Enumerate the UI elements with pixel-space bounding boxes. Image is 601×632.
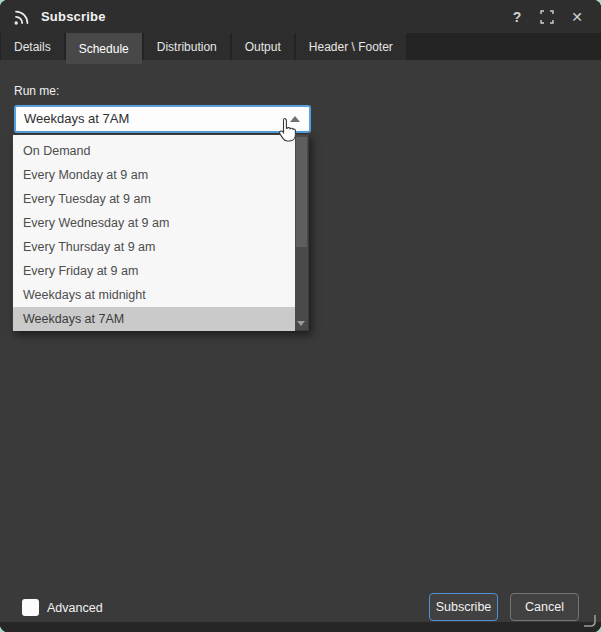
help-icon[interactable]: ? <box>505 5 529 29</box>
schedule-panel: Run me: Weekdays at 7AM On Demand Every … <box>0 60 601 622</box>
dropdown-option[interactable]: Every Thursday at 9 am <box>13 235 295 259</box>
maximize-icon[interactable] <box>535 5 559 29</box>
window-bottom-edge <box>0 622 601 632</box>
scrollbar-thumb[interactable] <box>296 137 307 247</box>
combobox-value: Weekdays at 7AM <box>24 107 129 131</box>
tab-details[interactable]: Details <box>1 33 64 60</box>
tab-output[interactable]: Output <box>232 33 294 60</box>
close-icon[interactable]: ✕ <box>565 5 589 29</box>
dropdown-option[interactable]: Every Friday at 9 am <box>13 259 295 283</box>
run-me-label: Run me: <box>14 84 59 98</box>
dropdown-option[interactable]: Every Tuesday at 9 am <box>13 187 295 211</box>
dropdown-option[interactable]: Every Monday at 9 am <box>13 163 295 187</box>
title-bar: Subscribe ? ✕ <box>0 0 601 33</box>
tab-schedule[interactable]: Schedule <box>66 33 142 64</box>
tab-bar: Details Schedule Distribution Output Hea… <box>0 33 601 60</box>
dropdown-option[interactable]: Weekdays at midnight <box>13 283 295 307</box>
dropdown-scrollbar[interactable] <box>295 135 308 330</box>
run-me-combobox[interactable]: Weekdays at 7AM <box>14 105 311 133</box>
schedule-dropdown-popup: On Demand Every Monday at 9 am Every Tue… <box>12 134 309 331</box>
advanced-checkbox[interactable] <box>22 599 39 616</box>
resize-grip[interactable] <box>584 615 596 627</box>
tab-header-footer[interactable]: Header \ Footer <box>296 33 406 60</box>
cancel-button[interactable]: Cancel <box>510 593 579 621</box>
subscribe-button[interactable]: Subscribe <box>429 593 498 621</box>
dropdown-option-list: On Demand Every Monday at 9 am Every Tue… <box>13 135 308 330</box>
chevron-up-icon[interactable] <box>290 116 300 122</box>
scroll-down-arrow-icon[interactable] <box>297 321 305 326</box>
subscribe-dialog: Subscribe ? ✕ Details Schedule Distribut… <box>0 0 601 632</box>
dropdown-option[interactable]: Every Wednesday at 9 am <box>13 211 295 235</box>
window-title: Subscribe <box>41 9 106 24</box>
tab-distribution[interactable]: Distribution <box>144 33 230 60</box>
advanced-label: Advanced <box>47 601 103 615</box>
dropdown-option-selected[interactable]: Weekdays at 7AM <box>13 307 295 331</box>
feed-icon <box>12 7 32 27</box>
dropdown-option[interactable]: On Demand <box>13 139 295 163</box>
